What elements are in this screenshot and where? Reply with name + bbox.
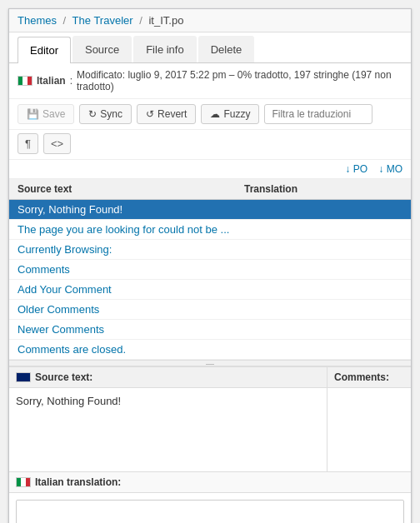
breadcrumb-sep2: /	[139, 14, 142, 27]
code-icon: <>	[51, 137, 63, 150]
table-row[interactable]: Sorry, Nothing Found!	[9, 200, 411, 220]
breadcrumb-themes[interactable]: Themes	[18, 14, 57, 27]
source-text-cell: Currently Browsing:	[18, 243, 236, 256]
main-window: Themes / The Traveler / it_IT.po Editor …	[8, 8, 412, 523]
source-text-cell: Newer Comments	[18, 323, 236, 336]
source-text-content: Sorry, Nothing Found!	[16, 395, 121, 407]
translation-list: Sorry, Nothing Found!The page you are lo…	[9, 200, 411, 360]
table-row[interactable]: Currently Browsing:	[9, 240, 411, 260]
breadcrumb-traveler[interactable]: The Traveler	[72, 14, 133, 27]
table-row[interactable]: Comments are closed.	[9, 340, 411, 360]
source-text-header: Source text:	[9, 367, 327, 388]
revert-label: Revert	[158, 108, 187, 120]
source-text-cell: Sorry, Nothing Found!	[18, 203, 236, 216]
revert-button[interactable]: ↺ Revert	[137, 104, 196, 124]
comments-area	[328, 388, 411, 455]
flag-italian-2	[16, 477, 31, 487]
download-bar: ↓ PO ↓ MO	[9, 160, 411, 179]
tab-editor[interactable]: Editor	[18, 37, 71, 63]
translation-cell	[236, 283, 402, 296]
toolbar-row1: 💾 Save ↻ Sync ↺ Revert ☁ Fuzzy	[9, 99, 411, 130]
translation-cell	[236, 243, 402, 256]
tab-file-info[interactable]: File info	[133, 36, 197, 62]
download-mo-link[interactable]: ↓ MO	[378, 163, 402, 175]
fuzzy-button[interactable]: ☁ Fuzzy	[201, 104, 259, 124]
source-text-cell: The page you are looking for could not b…	[18, 223, 236, 236]
info-bar: Italian: Modificato: luglio 9, 2017 5:22…	[9, 63, 411, 99]
source-text-cell: Add Your Comment	[18, 283, 236, 296]
translation-cell	[236, 323, 402, 336]
save-button[interactable]: 💾 Save	[18, 104, 74, 124]
sync-button[interactable]: ↻ Sync	[79, 104, 132, 124]
revert-icon: ↺	[146, 108, 154, 120]
translation-header-label: Italian translation:	[35, 476, 121, 488]
sync-icon: ↻	[88, 108, 97, 120]
detail-left: Source text: Sorry, Nothing Found!	[9, 367, 328, 471]
translation-cell	[236, 343, 402, 356]
source-text-area: Sorry, Nothing Found!	[9, 388, 327, 471]
info-text: Modificato: luglio 9, 2017 5:22 pm – 0% …	[77, 69, 402, 92]
table-row[interactable]: Comments	[9, 260, 411, 280]
translation-header: Italian translation:	[9, 472, 411, 493]
toolbar-row2: ¶ <>	[9, 130, 411, 160]
translation-section: Italian translation:	[9, 471, 411, 523]
source-header-label: Source text:	[35, 371, 92, 383]
code-button[interactable]: <>	[43, 133, 71, 154]
col-source-header: Source text	[18, 183, 236, 195]
breadcrumb-sep1: /	[63, 14, 67, 27]
translation-cell	[236, 203, 402, 216]
source-text-cell: Comments	[18, 263, 236, 276]
tabs-bar: Editor Source File info Delete	[9, 32, 411, 63]
flag-english	[16, 372, 31, 382]
info-lang-label: Italian	[37, 75, 66, 87]
table-row[interactable]: Add Your Comment	[9, 280, 411, 300]
divider-handle[interactable]: —	[9, 360, 411, 366]
translation-cell	[236, 303, 402, 316]
sync-label: Sync	[100, 108, 122, 120]
table-header: Source text Translation	[9, 179, 411, 200]
tab-delete[interactable]: Delete	[198, 36, 255, 62]
translation-cell	[236, 223, 402, 236]
filter-input[interactable]	[264, 104, 372, 124]
detail-right: Comments:	[328, 367, 411, 471]
breadcrumb-file: it_IT.po	[148, 14, 183, 27]
col-translation-header: Translation	[236, 183, 402, 195]
paragraph-icon: ¶	[25, 137, 31, 150]
table-row[interactable]: The page you are looking for could not b…	[9, 220, 411, 240]
tab-source[interactable]: Source	[72, 36, 132, 62]
detail-pane: Source text: Sorry, Nothing Found! Comme…	[9, 366, 411, 471]
source-text-cell: Comments are closed.	[18, 343, 236, 356]
source-text-cell: Older Comments	[18, 303, 236, 316]
download-po-link[interactable]: ↓ PO	[345, 163, 368, 175]
translation-textarea[interactable]	[16, 500, 404, 523]
flag-italian	[18, 76, 32, 86]
paragraph-button[interactable]: ¶	[18, 133, 38, 154]
comments-header: Comments:	[328, 367, 411, 388]
cloud-icon: ☁	[210, 108, 220, 120]
translation-cell	[236, 263, 402, 276]
fuzzy-label: Fuzzy	[223, 108, 250, 120]
save-icon: 💾	[27, 108, 39, 120]
breadcrumb: Themes / The Traveler / it_IT.po	[9, 9, 411, 32]
table-row[interactable]: Newer Comments	[9, 320, 411, 340]
table-row[interactable]: Older Comments	[9, 300, 411, 320]
translation-textarea-area	[9, 493, 411, 523]
save-label: Save	[42, 108, 65, 120]
